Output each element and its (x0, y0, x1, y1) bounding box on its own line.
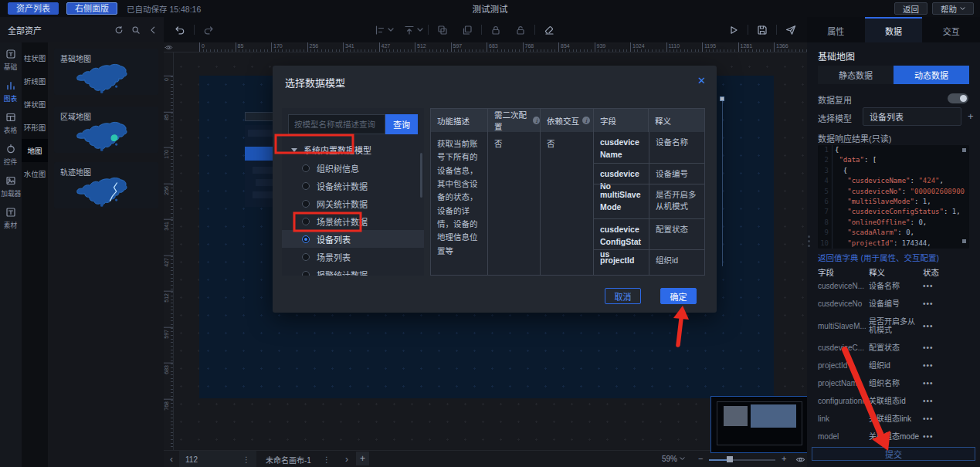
model-search-button[interactable]: 查询 (385, 114, 418, 134)
return-dict-link[interactable]: 返回值字典 (用于属性、交互配置) (818, 252, 939, 263)
data-reuse-toggle[interactable] (948, 93, 968, 103)
tree-scrollbar[interactable] (420, 153, 422, 198)
tree-item-model[interactable]: 场景列表 (282, 248, 424, 266)
publish-icon[interactable] (785, 25, 796, 36)
sidebar-item-2[interactable]: 图表 (0, 80, 22, 103)
chart-type-item[interactable]: 柱状图 (22, 46, 48, 69)
pages-scroll-left-icon[interactable]: ‹ (170, 454, 173, 465)
select-model-input[interactable] (863, 107, 961, 126)
sidebar-item-3[interactable]: 表格 (0, 112, 22, 135)
zoom-slider-handle[interactable] (727, 456, 733, 462)
selection-resize-handle[interactable] (720, 96, 724, 101)
page-tab[interactable]: 112 ⋮ (179, 451, 256, 467)
confirm-button[interactable]: 确定 (660, 288, 697, 304)
cancel-button[interactable]: 取消 (605, 288, 641, 304)
tree-item-model[interactable]: 场景统计数据 (282, 212, 424, 230)
tab-data[interactable]: 数据 (865, 17, 923, 42)
zoom-out-button[interactable]: − (698, 454, 703, 463)
tab-properties[interactable]: 属性 (807, 17, 865, 42)
dynamic-data-option[interactable]: 动态数据 (894, 66, 969, 84)
minimap[interactable] (710, 396, 807, 453)
right-panel-button[interactable]: 右侧面版 (66, 2, 117, 15)
dict-status-menu[interactable]: ••• (923, 379, 934, 387)
chart-type-item[interactable]: 环形图 (22, 116, 48, 139)
save-icon[interactable] (757, 25, 768, 36)
page-menu-icon[interactable]: ⋮ (323, 455, 331, 464)
dict-status-menu[interactable]: ••• (923, 415, 934, 423)
map-card-region[interactable]: 区域地图 (54, 107, 158, 153)
preview-eye-icon[interactable] (795, 455, 805, 465)
dict-status-menu[interactable]: ••• (923, 299, 934, 308)
duplicate-icon[interactable] (462, 25, 473, 36)
map-card-track[interactable]: 轨迹地图 (54, 162, 158, 208)
collapse-panel-icon[interactable] (148, 25, 158, 35)
unlock-icon[interactable] (515, 25, 526, 36)
undo-icon[interactable] (175, 25, 185, 36)
ruler-tick-label: 1195 (702, 42, 716, 52)
map-card-basic[interactable]: 基础地图 (54, 49, 158, 95)
panel-resize-handle[interactable] (808, 235, 810, 247)
dict-status-menu[interactable]: ••• (923, 282, 934, 290)
radio-icon[interactable] (302, 164, 310, 172)
sidebar-item-6[interactable]: 素材 (0, 207, 22, 230)
chart-type-item[interactable]: 水位图 (22, 162, 48, 185)
tree-item-model[interactable]: 组织树信息 (282, 159, 424, 177)
sidebar-item-label: 基础 (4, 62, 17, 72)
radio-icon[interactable] (302, 235, 310, 243)
json-response-viewer[interactable]: 1{2 "data": [3 {4 "cusdeviceName": "424"… (818, 145, 969, 249)
add-page-button[interactable]: + (356, 452, 369, 465)
align-left-icon[interactable] (375, 25, 385, 36)
group-icon[interactable] (437, 25, 448, 36)
sidebar-item-4[interactable]: 控件 (0, 144, 22, 167)
radio-icon[interactable] (302, 271, 310, 276)
preview-play-icon[interactable] (728, 25, 739, 36)
asset-list-button[interactable]: 资产列表 (8, 2, 59, 15)
radio-icon[interactable] (302, 218, 310, 225)
close-icon[interactable]: ✕ (697, 75, 706, 86)
add-model-icon[interactable]: + (968, 110, 974, 122)
tree-item-model[interactable]: 设备统计数据 (282, 177, 424, 195)
model-search-input[interactable] (288, 114, 385, 134)
submit-button[interactable]: 提交 (812, 447, 975, 461)
chevron-down-icon[interactable] (417, 27, 423, 33)
dict-status-menu[interactable]: ••• (923, 432, 934, 441)
lock-icon[interactable] (490, 25, 501, 36)
dict-status-menu[interactable]: ••• (923, 322, 934, 330)
eraser-icon[interactable] (544, 25, 554, 36)
zoom-in-button[interactable]: + (782, 454, 786, 463)
zoom-level-dropdown[interactable]: 59% (662, 455, 685, 463)
sidebar-item-1[interactable]: 基础 (0, 49, 22, 72)
back-button[interactable]: 返回 (894, 2, 927, 15)
ruler-tick-label: 683 (487, 42, 498, 52)
dict-status-menu[interactable]: ••• (923, 343, 934, 352)
tree-root-system-models[interactable]: 系统内置数据模型 (282, 140, 424, 159)
chart-type-item[interactable]: 折线图 (22, 69, 48, 93)
chevron-down-icon[interactable] (388, 27, 394, 33)
page-tab[interactable]: 未命名画布-1 ⋮ (259, 451, 337, 467)
help-button[interactable]: 帮助 (932, 2, 974, 15)
tab-interaction[interactable]: 交互 (922, 17, 980, 42)
radio-icon[interactable] (302, 253, 310, 261)
static-data-option[interactable]: 静态数据 (818, 66, 894, 84)
ruler-eye-icon[interactable] (164, 43, 173, 52)
dict-status-menu[interactable]: ••• (923, 361, 934, 370)
refresh-icon[interactable] (114, 25, 124, 35)
info-icon[interactable]: i (582, 117, 590, 124)
widget-icon (5, 144, 16, 154)
chart-type-item[interactable]: 地图 (22, 139, 48, 162)
page-menu-icon[interactable]: ⋮ (242, 455, 250, 464)
sidebar-item-5[interactable]: 加载器 (0, 175, 22, 198)
chart-type-item[interactable]: 饼状图 (22, 93, 48, 116)
redo-icon[interactable] (203, 25, 214, 36)
tree-item-model[interactable]: 报警统计数据 (282, 266, 424, 276)
tree-item-selected[interactable]: 设备列表 (282, 230, 424, 248)
dict-status-menu[interactable]: ••• (923, 397, 934, 405)
radio-icon[interactable] (302, 182, 310, 190)
radio-icon[interactable] (302, 200, 310, 208)
search-icon[interactable] (131, 25, 141, 35)
tree-item-model[interactable]: 网关统计数据 (282, 195, 424, 212)
align-top-icon[interactable] (404, 25, 415, 36)
ruler-tick-label: 854 (558, 42, 570, 52)
info-icon[interactable]: i (533, 117, 540, 124)
pages-scroll-right-icon[interactable]: › (345, 454, 348, 465)
